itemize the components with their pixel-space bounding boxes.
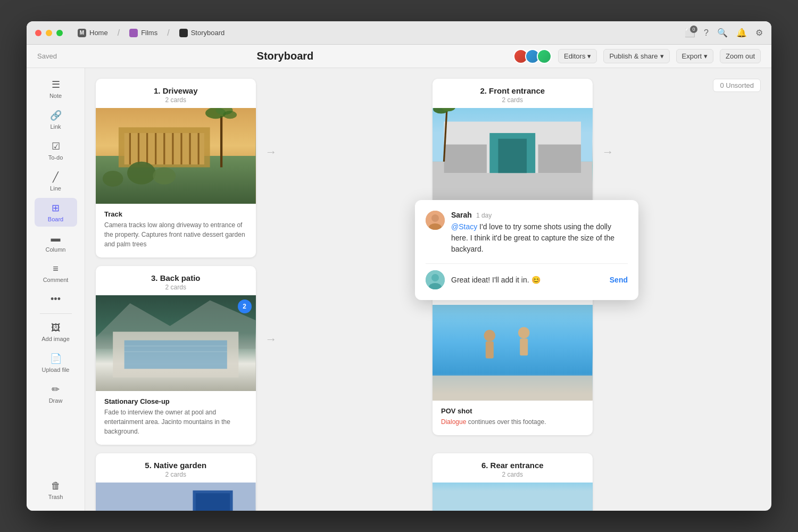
column-native-garden-title: 5. Native garden: [104, 461, 247, 470]
more-icon: •••: [51, 294, 61, 305]
sidebar-item-board[interactable]: ⊞ Board: [35, 198, 77, 227]
driveway-image: [96, 108, 256, 204]
sidebar-item-todo[interactable]: ☑ To-do: [35, 136, 77, 165]
settings-icon[interactable]: ⚙: [755, 28, 763, 38]
zoom-label: Zoom out: [726, 52, 755, 60]
svg-rect-40: [520, 338, 528, 355]
upload-icon: 📄: [50, 353, 62, 364]
comment-meta-sarah: Sarah 1 day: [451, 211, 628, 219]
column-driveway-header: 1. Driveway 2 cards: [96, 79, 256, 108]
maximize-button[interactable]: [56, 30, 63, 36]
sidebar-item-upload[interactable]: 📄 Upload file: [35, 348, 77, 377]
add-image-label: Add image: [41, 336, 70, 342]
comment-time-sarah: 1 day: [476, 212, 492, 219]
tab-separator-2: /: [167, 28, 169, 38]
toolbar-right: Editors ▾ Publish & share ▾ Export ▾ Zoo…: [513, 49, 761, 64]
main-layout: ☰ Note 🔗 Link ☑ To-do ╱ Line ⊞ Board ▬ C…: [27, 68, 771, 511]
films-icon: [129, 29, 138, 37]
tab-films-label: Films: [141, 29, 157, 37]
pool-image: [433, 305, 593, 401]
saved-status: Saved: [37, 52, 57, 60]
driveway-description: Camera tracks low along driveway to entr…: [104, 220, 247, 249]
column-pool-body: POV shot Dialogue continues over this fo…: [433, 401, 593, 435]
sidebar-item-line[interactable]: ╱ Line: [35, 167, 77, 196]
search-icon[interactable]: 🔍: [717, 28, 728, 38]
minimize-button[interactable]: [46, 30, 52, 36]
export-label: Export: [682, 52, 702, 60]
column-back-patio-count: 2 cards: [104, 284, 247, 291]
svg-rect-41: [433, 376, 593, 401]
comment-mention[interactable]: @Stacy: [451, 222, 477, 231]
publish-chevron-icon: ▾: [660, 52, 664, 60]
svg-point-18: [153, 167, 176, 184]
dialogue-link[interactable]: Dialogue: [441, 418, 466, 426]
sidebar-item-column[interactable]: ▬ Column: [35, 229, 77, 257]
editors-button[interactable]: Editors ▾: [558, 49, 597, 63]
tab-storyboard[interactable]: Storyboard: [173, 27, 231, 39]
sidebar-item-draw[interactable]: ✏ Draw: [35, 379, 77, 408]
col-wrapper-native-garden: 5. Native garden 2 cards: [96, 453, 256, 511]
sidebar: ☰ Note 🔗 Link ☑ To-do ╱ Line ⊞ Board ▬ C…: [27, 68, 85, 511]
tab-films[interactable]: Films: [123, 27, 164, 39]
back-patio-description: Fade to interview the owner at pool and …: [104, 408, 247, 436]
editors-label: Editors: [564, 52, 585, 60]
notification-icon[interactable]: 🔔: [736, 28, 747, 38]
column-rear-entrance-header: 6. Rear entrance 2 cards: [433, 453, 593, 483]
send-button[interactable]: Send: [610, 276, 628, 284]
home-icon: M: [78, 29, 86, 37]
sidebar-item-note[interactable]: ☰ Note: [35, 74, 77, 103]
help-icon[interactable]: ?: [704, 28, 709, 38]
publish-label: Publish & share: [609, 52, 658, 60]
column-back-patio-header: 3. Back patio 2 cards: [96, 266, 256, 295]
arrow-3: →: [264, 234, 425, 445]
board-label: Board: [48, 216, 63, 222]
titlebar-actions: ⬜ 0 ? 🔍 🔔 ⚙: [685, 28, 763, 38]
comment-icon: ≡: [53, 263, 59, 275]
publish-button[interactable]: Publish & share ▾: [603, 49, 669, 63]
link-label: Link: [50, 123, 61, 130]
traffic-lights: [35, 30, 63, 36]
notification-badge-back-patio[interactable]: 2: [238, 300, 252, 313]
tab-home[interactable]: M Home: [71, 27, 114, 39]
sidebar-item-add-image[interactable]: 🖼 Add image: [35, 318, 77, 346]
pool-description: Dialogue continues over this footage.: [441, 417, 584, 427]
export-button[interactable]: Export ▾: [676, 49, 714, 63]
sidebar-item-trash[interactable]: 🗑 Trash: [35, 476, 77, 504]
svg-point-16: [223, 111, 237, 119]
sidebar-item-more[interactable]: •••: [35, 289, 77, 309]
svg-point-19: [103, 171, 123, 187]
column-rear-entrance-title: 6. Rear entrance: [441, 461, 584, 470]
arrow-5: →: [601, 421, 761, 511]
page-title: Storyboard: [57, 50, 513, 62]
line-icon: ╱: [53, 171, 59, 183]
close-button[interactable]: [35, 30, 41, 36]
comment-popup: Sarah 1 day @Stacy I'd love to try some …: [415, 200, 638, 300]
board-content[interactable]: 0 Unsorted 1. Driveway 2 cards: [85, 68, 771, 511]
col-wrapper-driveway: 1. Driveway 2 cards: [96, 79, 256, 257]
column-front-entrance-title: 2. Front entrance: [441, 86, 584, 95]
svg-point-37: [484, 330, 495, 341]
comment-item-sarah: Sarah 1 day @Stacy I'd love to try some …: [426, 211, 628, 255]
column-icon: ▬: [51, 233, 61, 244]
column-rear-entrance: 6. Rear entrance 2 cards: [433, 453, 593, 511]
back-patio-shot-type: Stationary Close-up: [104, 397, 247, 405]
column-back-patio: 3. Back patio 2 cards: [96, 266, 256, 445]
svg-rect-25: [444, 145, 486, 173]
driveway-shot-type: Track: [104, 210, 247, 218]
board-icon: ⊞: [52, 202, 60, 214]
svg-point-95: [431, 214, 439, 222]
tablet-icon-container: ⬜ 0: [685, 28, 695, 38]
column-driveway-body: Track Camera tracks low along driveway t…: [96, 204, 256, 257]
svg-point-39: [518, 327, 529, 338]
comment-content-sarah: Sarah 1 day @Stacy I'd love to try some …: [451, 211, 628, 255]
reply-input[interactable]: [451, 276, 603, 284]
column-back-patio-title: 3. Back patio: [104, 273, 247, 282]
tab-home-label: Home: [89, 29, 108, 37]
svg-rect-33: [124, 340, 227, 369]
column-native-garden: 5. Native garden 2 cards: [96, 453, 256, 511]
sidebar-item-link[interactable]: 🔗 Link: [35, 105, 77, 134]
zoom-button[interactable]: Zoom out: [720, 49, 761, 63]
trash-label: Trash: [48, 494, 63, 500]
sidebar-item-comment[interactable]: ≡ Comment: [35, 259, 77, 287]
comment-reply-area: Send: [426, 263, 628, 289]
